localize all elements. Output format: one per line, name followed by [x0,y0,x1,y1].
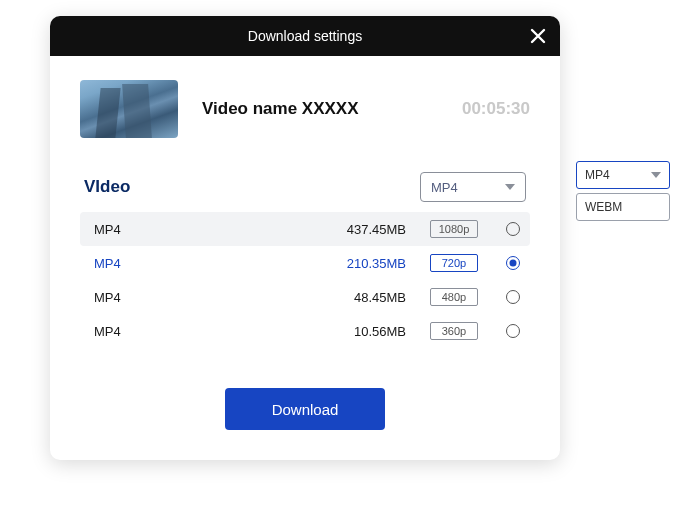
resolution-options: MP4437.45MB1080pMP4210.35MB720pMP448.45M… [80,212,530,348]
resolution-option[interactable]: MP448.45MB480p [80,280,530,314]
format-select-value: MP4 [431,180,458,195]
option-size: 48.45MB [326,290,406,305]
option-format: MP4 [94,324,316,339]
dialog-titlebar: Download settings [50,16,560,56]
video-name: Video name XXXXX [202,99,438,119]
chevron-down-icon [651,172,661,178]
format-dropdown-menu: WEBM [576,193,670,221]
close-button[interactable] [526,24,550,48]
option-resolution-badge: 480p [430,288,478,306]
resolution-option[interactable]: MP4210.35MB720p [80,246,530,280]
resolution-option[interactable]: MP4437.45MB1080p [80,212,530,246]
option-radio[interactable] [506,324,520,338]
option-format: MP4 [94,256,316,271]
video-header: Video name XXXXX 00:05:30 [80,80,530,138]
option-radio[interactable] [506,290,520,304]
resolution-option[interactable]: MP410.56MB360p [80,314,530,348]
option-size: 10.56MB [326,324,406,339]
download-button[interactable]: Download [225,388,385,430]
dialog-title: Download settings [248,28,362,44]
format-select[interactable]: MP4 [420,172,526,202]
option-resolution-badge: 360p [430,322,478,340]
download-settings-dialog: Download settings Video name XXXXX 00:05… [50,16,560,460]
option-format: MP4 [94,222,316,237]
option-format: MP4 [94,290,316,305]
close-icon [530,28,546,44]
chevron-down-icon [505,184,515,190]
format-dropdown-open: MP4 WEBM [576,161,670,221]
option-resolution-badge: 720p [430,254,478,272]
dialog-content: Video name XXXXX 00:05:30 VIdeo MP4 MP44… [50,56,560,460]
option-radio[interactable] [506,256,520,270]
section-title: VIdeo [84,177,130,197]
format-dropdown-item[interactable]: WEBM [585,200,661,214]
option-radio[interactable] [506,222,520,236]
video-section-header: VIdeo MP4 [80,172,530,202]
video-thumbnail [80,80,178,138]
format-dropdown-value: MP4 [585,168,610,182]
video-duration: 00:05:30 [462,99,530,119]
option-resolution-badge: 1080p [430,220,478,238]
option-size: 210.35MB [326,256,406,271]
format-dropdown-trigger[interactable]: MP4 [576,161,670,189]
option-size: 437.45MB [326,222,406,237]
